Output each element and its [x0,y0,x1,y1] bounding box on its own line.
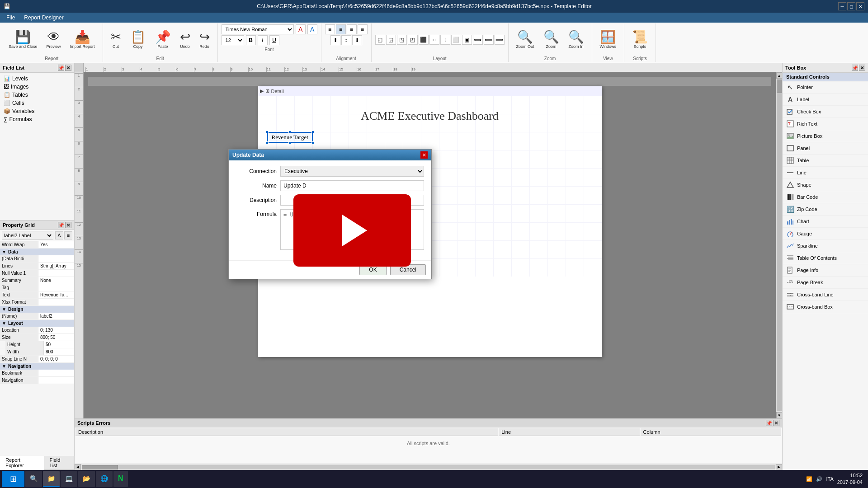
highlight-button[interactable]: A [307,24,317,34]
menu-file[interactable]: File [2,14,19,22]
scripts-errors-close-btn[interactable]: ✕ [773,420,779,426]
toolbox-standard-controls-header[interactable]: Standard Controls [783,73,868,81]
layout-btn12[interactable]: ⟹ [495,35,505,45]
close-button[interactable]: ✕ [856,2,864,10]
dialog-name-input[interactable] [280,180,424,191]
toolbox-item-label[interactable]: A Label [783,94,868,106]
property-grid-pin-btn[interactable]: 📌 [58,222,64,228]
minimize-button[interactable]: ─ [838,2,846,10]
taskbar-app2[interactable]: 📂 [78,471,95,487]
zoom-out-button[interactable]: 🔍 Zoom Out [512,28,538,51]
font-size-select[interactable]: 12 [222,35,244,45]
handle-tc[interactable] [288,131,291,133]
align-left-button[interactable]: ≡ [325,24,335,34]
layout-btn5[interactable]: ⬛ [419,35,429,45]
toolbox-item-checkbox[interactable]: Check Box [783,106,868,118]
report-title[interactable]: ACME Executive Dashboard [263,100,597,132]
property-section-data[interactable]: ▼ Data [0,249,74,255]
windows-button[interactable]: 🪟 Windows [596,28,621,51]
layout-btn3[interactable]: ◳ [397,35,407,45]
field-tree-item-tables[interactable]: 📋 Tables [2,91,72,99]
handle-bc[interactable] [288,141,291,144]
field-tree-item-variables[interactable]: 📦 Variables [2,107,72,115]
tab-report-explorer[interactable]: Report Explorer [0,456,44,470]
bold-button[interactable]: B [246,35,256,45]
field-tree-item-cells[interactable]: ⬜ Cells [2,99,72,107]
menu-report-designer[interactable]: Report Designer [19,14,68,22]
taskbar-start-button[interactable]: ⊞ [2,471,24,487]
align-justify-button[interactable]: ≡ [358,24,368,34]
layout-btn2[interactable]: ◲ [386,35,396,45]
layout-btn4[interactable]: ◰ [408,35,418,45]
handle-tl[interactable] [266,131,269,133]
toolbox-item-chart[interactable]: Chart [783,216,868,228]
property-sort-alpha-btn[interactable]: A [55,231,63,239]
taskbar-search-button[interactable]: 🔍 [25,471,42,487]
layout-btn11[interactable]: ⟸ [484,35,494,45]
layout-btn9[interactable]: ▣ [462,35,472,45]
undo-button[interactable]: ↩ Undo [176,28,194,51]
toolbox-close-btn[interactable]: ✕ [859,65,865,71]
field-tree-item-formulas[interactable]: ∑ Formulas [2,115,72,123]
toolbox-item-picturebox[interactable]: Picture Box [783,130,868,142]
property-section-design[interactable]: ▼ Design [0,306,74,313]
toolbox-item-zipcode[interactable]: 🔢 Zip Code [783,203,868,216]
toolbox-item-crossbandbox[interactable]: Cross-band Box [783,301,868,313]
align-middle-button[interactable]: ↕ [341,35,351,45]
tab-field-list[interactable]: Field List [44,456,74,469]
zoom-in-button[interactable]: 🔍 Zoom In [564,28,588,51]
toolbox-item-richtext[interactable]: T Rich Text [783,118,868,130]
paste-button[interactable]: 📌 Paste [151,28,175,51]
layout-btn8[interactable]: ⬜ [451,35,461,45]
handle-bl[interactable] [266,141,269,144]
property-section-layout[interactable]: ▼ Layout [0,320,74,327]
font-color-button[interactable]: A [296,24,306,34]
handle-br[interactable] [311,141,314,144]
import-report-button[interactable]: 📥 Import Report [66,28,99,51]
handle-tr[interactable] [311,131,314,133]
property-section-navigation[interactable]: ▼ Navigation [0,363,74,370]
toolbox-item-tableofcontents[interactable]: Table Of Contents [783,252,868,264]
cut-button[interactable]: ✂ Cut [107,28,125,51]
scripts-errors-pin-btn[interactable]: 📌 [766,420,772,426]
layout-btn6[interactable]: ↔ [429,35,439,45]
property-sort-category-btn[interactable]: ≡ [64,231,72,239]
field-list-pin-btn[interactable]: 📌 [58,65,64,71]
scroll-up-button[interactable]: ▲ [776,72,783,79]
field-list-close-btn[interactable]: ✕ [65,65,71,71]
property-element-select[interactable]: label2 Label [2,231,53,240]
taskbar-app0[interactable]: 📁 [43,471,60,487]
horizontal-scrollbar[interactable]: ◀ ▶ [75,464,782,470]
dialog-connection-select[interactable]: Executive [280,166,424,177]
toolbox-item-sparkline[interactable]: Sparkline [783,240,868,252]
scroll-right-button[interactable]: ▶ [776,464,782,470]
scroll-left-button[interactable]: ◀ [75,464,81,470]
align-top-button[interactable]: ⬆ [330,35,340,45]
layout-btn7[interactable]: ↕ [440,35,450,45]
align-center-button[interactable]: ≡ [336,24,346,34]
taskbar-app1[interactable]: 💻 [61,471,77,487]
taskbar-app4[interactable]: N [113,471,128,487]
toolbox-item-barcode[interactable]: Bar Code [783,191,868,203]
zoom-button[interactable]: 🔍 Zoom [539,28,563,51]
toolbox-item-panel[interactable]: Panel [783,142,868,155]
taskbar-app3[interactable]: 🌐 [96,471,113,487]
youtube-overlay[interactable] [293,194,411,267]
toolbox-item-shape[interactable]: Shape [783,179,868,191]
dialog-close-button[interactable]: ✕ [420,151,428,159]
field-tree-item-levels[interactable]: 📊 Levels [2,75,72,83]
preview-button[interactable]: 👁 Preview [42,28,65,51]
restore-button[interactable]: ◻ [847,2,855,10]
align-bottom-button[interactable]: ⬇ [352,35,362,45]
scroll-down-button[interactable]: ▼ [776,412,783,418]
toolbox-item-pagebreak[interactable]: PB Page Break [783,277,868,289]
h-scroll-thumb[interactable] [82,465,118,469]
property-grid-close-btn[interactable]: ✕ [65,222,71,228]
italic-button[interactable]: I [258,35,268,45]
scripts-button[interactable]: 📜 Scripts [628,28,652,51]
h-scroll-track[interactable] [82,465,775,469]
copy-button[interactable]: 📋 Copy [126,28,150,51]
vertical-scrollbar[interactable]: ▲ ▼ [776,72,782,418]
scroll-track[interactable] [777,80,782,411]
redo-button[interactable]: ↪ Redo [195,28,214,51]
